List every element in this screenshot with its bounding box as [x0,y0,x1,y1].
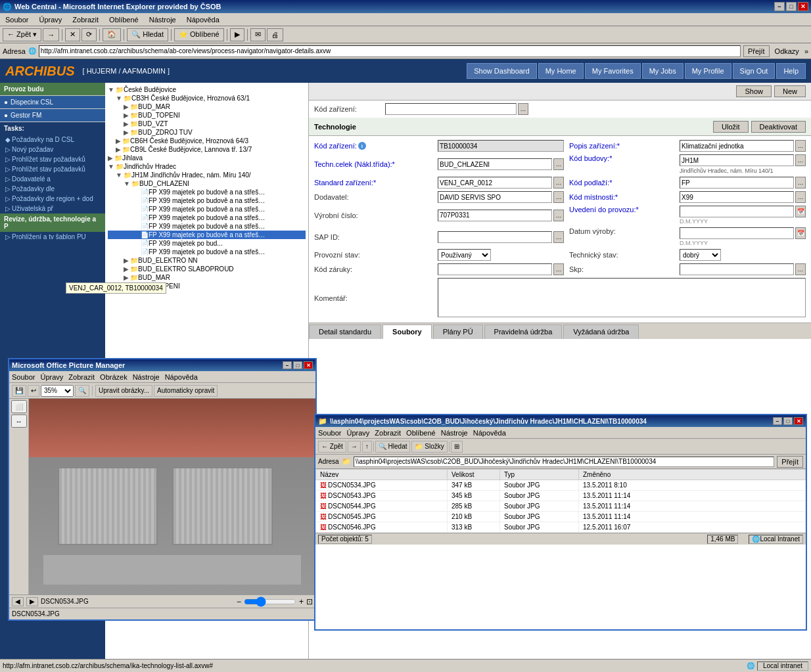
sidebar-link-6[interactable]: ▷ Požadavky dle region + dod [0,194,105,204]
kod-zarizeni-simple-input[interactable] [385,103,517,115]
pm-close-btn[interactable]: ✕ [304,361,313,369]
browse-sap[interactable]: … [553,231,564,243]
input-techn-celek[interactable] [438,158,552,170]
ulozit-btn[interactable]: Uložit [713,121,749,133]
input-standard[interactable] [438,177,552,189]
search-btn[interactable]: 🔍 Hledat [127,28,168,41]
file-row-2[interactable]: 🖼DSCN0544.JPG 285 kB Soubor JPG 13.5.201… [316,501,806,512]
tree-item-15[interactable]: 📄 FP X99 majetek po budově a na střeše K… [108,213,306,222]
col-name[interactable]: Název [316,470,448,480]
nav-my-profile[interactable]: My Profile [685,63,731,79]
zoom-minus-icon[interactable]: − [237,597,241,606]
tree-item-20[interactable]: ▶ 📁 BUD_ELEKTRO NN [108,256,306,265]
pm-save-btn[interactable]: 💾 [12,385,26,397]
sidebar-link-7[interactable]: ▷ Uživatelská př [0,204,105,213]
pm-tool-1[interactable]: ⬜ [11,400,27,413]
input-kod-podlazi[interactable] [680,177,794,189]
tree-item-6[interactable]: ▶ 📁 CB6H České Budějovice, Hroznová 64/3 [108,137,306,145]
nav-help[interactable]: Help [776,63,806,79]
exp-go-btn[interactable]: Přejít [777,456,803,468]
exp-forward-btn[interactable]: → [348,441,361,453]
exp-menu-napoveda[interactable]: Nápověda [473,429,506,437]
input-skp[interactable] [680,263,794,275]
tree-item-10[interactable]: ▼ 📁 JH1M Jindřichův Hradec, nám. Míru 14… [108,171,306,179]
browse-standard[interactable]: … [553,177,564,189]
calendar-uvedeni[interactable]: 📅 [795,206,806,217]
exp-min-btn[interactable]: − [773,417,782,425]
forward-btn[interactable]: → [43,28,59,41]
sidebar-link-5[interactable]: ▷ Požadavky dle [0,184,105,194]
exp-menu-upravy[interactable]: Úpravy [346,429,369,437]
pm-menu-nastroje[interactable]: Nástroje [133,373,160,381]
tree-item-13[interactable]: 📄 FP X99 majetek po budově a na střeše K… [108,196,306,205]
file-row-1[interactable]: 🖼DSCN0543.JPG 345 kB Soubor JPG 13.5.201… [316,491,806,501]
favorites-btn[interactable]: ⭐ Oblíbené [174,28,224,41]
tree-item-3[interactable]: ▶ 📁 BUD_TOPENI [108,111,306,120]
browse-techn[interactable]: … [553,158,564,170]
pm-min-btn[interactable]: − [283,361,292,369]
pm-menu-upravy[interactable]: Úpravy [40,373,63,381]
tree-item-18[interactable]: 📄 FP X99 majetek po bud... [108,239,306,248]
zoom-fit-icon[interactable]: ⊡ [306,597,313,606]
mail-btn[interactable]: ✉ [250,28,266,41]
zoom-plus-icon[interactable]: + [299,597,304,606]
tree-item-4[interactable]: ▶ 📁 BUD_VZT [108,120,306,128]
input-uvedeni[interactable] [680,206,794,217]
input-komentar[interactable] [438,278,806,317]
pm-auto-btn[interactable]: Automaticky opravit [154,385,218,397]
pm-menu-zobrazit[interactable]: Zobrazit [68,373,95,381]
nav-my-jobs[interactable]: My Jobs [642,63,684,79]
tab-pravidelna-udrzba[interactable]: Pravidelná údržba [484,325,563,339]
stop-btn[interactable]: ✕ [65,28,80,41]
browse-vyrobni[interactable]: … [553,210,564,221]
nav-my-favorites[interactable]: My Favorites [585,63,641,79]
pm-max-btn[interactable]: □ [293,361,302,369]
minimize-btn[interactable]: − [774,2,785,11]
pm-menu-napoveda[interactable]: Nápověda [165,373,198,381]
menu-zobrazit[interactable]: Zobrazit [70,14,101,25]
sidebar-link-1[interactable]: ▷ Nový požadav [0,145,105,154]
browse-zaruky[interactable]: … [553,263,564,275]
nav-sign-out[interactable]: Sign Out [733,63,776,79]
tree-item-9[interactable]: ▼ 📁 Jindřichův Hradec [108,162,306,171]
address-input[interactable] [39,45,741,57]
pm-menu-obrazek[interactable]: Obrázek [100,373,127,381]
browse-mistnosti[interactable]: … [795,191,806,203]
menu-napoveda[interactable]: Nápověda [184,14,222,25]
go-btn[interactable]: Přejít [743,45,770,57]
nav-my-home[interactable]: My Home [538,63,584,79]
browse-dodavatel[interactable]: … [553,191,564,203]
select-provozni-stav[interactable]: Používaný Nepoužívaný Vyřazený [438,249,491,261]
calendar-datum[interactable]: 📅 [795,227,806,239]
tree-item-0[interactable]: ▼ 📁 České Budějovice [108,85,306,94]
print-btn[interactable]: 🖨 [267,28,283,41]
tree-item-22[interactable]: ▶ 📁 BUD_MAR [108,273,306,282]
exp-up-btn[interactable]: ↑ [362,441,372,453]
sidebar-link-9[interactable]: ▷ Prohlížení a tv šablon PU [0,232,105,242]
close-btn[interactable]: ✕ [798,2,808,11]
picture-manager-window[interactable]: Microsoft Office Picture Manager − □ ✕ S… [8,358,317,621]
input-vyrobni-cislo[interactable] [438,210,552,221]
next-btn[interactable]: ▶ [26,597,38,606]
exp-folders-btn[interactable]: 📁 Složky [411,441,447,453]
tree-item-2[interactable]: ▶ 📁 BUD_MAR [108,102,306,111]
new-btn[interactable]: New [774,85,806,97]
pm-menu-soubor[interactable]: Soubor [12,373,35,381]
file-row-3[interactable]: 🖼DSCN0545.JPG 210 kB Soubor JPG 13.5.201… [316,512,806,522]
pm-undo-btn[interactable]: ↩ [28,385,39,397]
show-btn[interactable]: Show [736,85,772,97]
pm-zoom-select[interactable]: 35%50%100% [41,385,74,397]
tree-item-5[interactable]: ▶ 📁 BUD_ZDROJ TUV [108,128,306,137]
sidebar-link-3[interactable]: ▷ Prohlížet stav požadavků [0,164,105,174]
tree-item-7[interactable]: ▶ 📁 CB9L České Budějovice, Lannova tř. 1… [108,145,306,154]
back-btn[interactable]: ← Zpět ▾ [3,28,41,41]
file-row-4[interactable]: 🖼DSCN0546.JPG 313 kB Soubor JPG 12.5.201… [316,522,806,533]
browse-budovy[interactable]: … [795,154,806,166]
tab-detail-standardu[interactable]: Detail standardu [309,325,381,339]
exp-close-btn[interactable]: ✕ [794,417,803,425]
input-kod-budovy[interactable] [680,154,794,166]
pm-tool-2[interactable]: ↔ [11,414,27,428]
refresh-btn[interactable]: ⟳ [81,28,97,41]
exp-back-btn[interactable]: ← Zpět [318,441,346,453]
col-size[interactable]: Velikost [448,470,500,480]
